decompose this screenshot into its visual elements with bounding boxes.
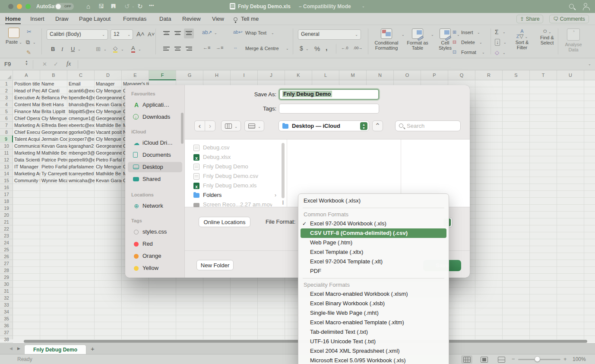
- next-sheet-icon[interactable]: ▶: [17, 346, 20, 351]
- align-left-button[interactable]: [163, 47, 170, 51]
- file-list-scrollbar[interactable]: [282, 143, 285, 198]
- align-center-button[interactable]: [174, 47, 181, 51]
- copy-icon[interactable]: ⧉: [26, 39, 30, 46]
- cell[interactable]: bhansb@exa: [67, 101, 95, 108]
- column-header-G[interactable]: G: [176, 70, 203, 80]
- normal-view-button[interactable]: [463, 357, 471, 363]
- cell[interactable]: Email: [67, 80, 95, 87]
- share-button[interactable]: ⇪ Share: [516, 15, 543, 23]
- collapse-dialog-button[interactable]: ⌃: [372, 120, 383, 131]
- cell[interactable]: Head of Peop: [13, 87, 40, 94]
- cell[interactable]: Alf Canti: [40, 87, 67, 94]
- cell[interactable]: Community f: [13, 177, 40, 184]
- cell[interactable]: Brita Lippitt: [40, 108, 67, 115]
- row-header-13[interactable]: 13: [0, 163, 13, 170]
- sidebar-item-applications[interactable]: A Applicati…: [128, 100, 182, 110]
- menu-item-xltx[interactable]: Excel Template (.xltx): [298, 247, 449, 257]
- orientation-chevron-icon[interactable]: ⌄: [214, 31, 217, 35]
- align-bottom-button[interactable]: [186, 31, 192, 36]
- row-header-9[interactable]: 9: [0, 136, 13, 142]
- align-middle-button[interactable]: [174, 31, 181, 36]
- merge-centre-chevron-icon[interactable]: ⌄: [286, 47, 289, 51]
- conditional-formatting-button[interactable]: Conditional Formatting: [372, 28, 401, 51]
- row-header-24[interactable]: 24: [0, 239, 13, 246]
- prev-sheet-icon[interactable]: ◀: [9, 346, 13, 351]
- format-as-table-chevron-icon[interactable]: ⌄: [431, 33, 434, 37]
- delete-cells-button[interactable]: Delete: [461, 40, 475, 45]
- cell[interactable]: Cly Mengue: [40, 115, 67, 122]
- row-header-21[interactable]: 21: [0, 218, 13, 225]
- row-header-34[interactable]: 34: [0, 308, 13, 315]
- sidebar-item-downloads[interactable]: ↓ Downloads: [128, 112, 182, 122]
- tab-view[interactable]: View: [212, 16, 224, 22]
- sidebar-item-tag-stylescss[interactable]: styles.css: [128, 227, 182, 237]
- zoom-out-button[interactable]: −: [512, 356, 515, 362]
- row-header-28[interactable]: 28: [0, 267, 13, 274]
- sheet-tab-active[interactable]: Fnly Debug Demo: [24, 345, 86, 355]
- row-header-1[interactable]: 1: [0, 80, 13, 87]
- title-chevron-icon[interactable]: ⌄: [362, 4, 365, 8]
- cell[interactable]: bpendle4@e: [67, 94, 95, 101]
- zoom-window-button[interactable]: [25, 4, 31, 9]
- cell[interactable]: Jermain Coo: [40, 136, 67, 142]
- currency-chevron-icon[interactable]: ⌄: [306, 47, 309, 51]
- bold-button[interactable]: B: [51, 46, 55, 52]
- cell[interactable]: Pietro Farfal: [95, 156, 122, 163]
- analyse-data-button[interactable]: ◔ Analyse Data: [560, 28, 586, 52]
- row-header-19[interactable]: 19: [0, 205, 13, 212]
- row-header-38[interactable]: 38: [0, 336, 13, 343]
- row-header-17[interactable]: 17: [0, 191, 13, 198]
- undo-chevron-icon[interactable]: ⌄: [132, 4, 135, 8]
- new-folder-button[interactable]: New Folder: [196, 260, 234, 270]
- row-header-37[interactable]: 37: [0, 329, 13, 336]
- cell[interactable]: IT Manager: [13, 163, 40, 170]
- menu-item-tab-txt[interactable]: Tab-delimited Text (.txt): [298, 327, 449, 337]
- back-button[interactable]: ‹: [194, 120, 205, 131]
- column-header-D[interactable]: D: [95, 70, 122, 80]
- cell[interactable]: Brett Hans: [40, 101, 67, 108]
- insert-cells-chevron-icon[interactable]: ⌄: [477, 31, 480, 35]
- formula-bar-expand-icon[interactable]: ⌄: [588, 62, 591, 66]
- file-row[interactable]: Fnly Debug Demo.xls: [188, 181, 280, 190]
- menu-item-pdf[interactable]: PDF: [298, 266, 449, 276]
- cell-styles-chevron-icon[interactable]: ⌄: [457, 33, 460, 37]
- cell[interactable]: ppetrelli9@e: [67, 156, 95, 163]
- column-header-T[interactable]: T: [530, 70, 557, 80]
- row-header-22[interactable]: 22: [0, 225, 13, 232]
- sidebar-item-icloud-drive[interactable]: ☁ iCloud Dri…: [128, 138, 182, 148]
- cell[interactable]: Position title: [13, 80, 40, 87]
- comments-button[interactable]: 🗨 Comments: [549, 15, 589, 23]
- sort-filter-button[interactable]: AZ▽ ⌄ Sort & Filter: [510, 28, 534, 50]
- cell[interactable]: Content Man: [13, 101, 40, 108]
- column-header-O[interactable]: O: [394, 70, 421, 80]
- orientation-button[interactable]: ab↗: [202, 29, 212, 35]
- menu-item-mht[interactable]: Single-file Web Page (.mht): [298, 308, 449, 318]
- cell[interactable]: Cly Mengue: [95, 108, 122, 115]
- cell[interactable]: Manager: [95, 80, 122, 87]
- menu-item-xls-5095[interactable]: Microsoft Excel 5.0/95 Workbook (.xls): [298, 356, 449, 364]
- currency-button[interactable]: $: [300, 45, 303, 52]
- column-header-P[interactable]: P: [421, 70, 448, 80]
- cell[interactable]: Cly Mengue: [95, 163, 122, 170]
- cell[interactable]: Chief Executi: [13, 129, 40, 136]
- tags-input[interactable]: [279, 104, 379, 114]
- format-as-table-button[interactable]: Format as Table: [405, 28, 430, 51]
- menu-item-xlsb[interactable]: Excel Binary Workbook (.xlsb): [298, 299, 449, 308]
- merge-centre-button[interactable]: Merge & Centre: [245, 46, 279, 51]
- cell[interactable]: Kevan Garag: [40, 142, 67, 149]
- column-header-V[interactable]: V: [584, 70, 595, 80]
- fill-chevron-icon[interactable]: ⌄: [503, 41, 506, 44]
- cell[interactable]: Mathilde Be: [95, 122, 122, 129]
- sidebar-item-shared[interactable]: Shared: [128, 174, 182, 184]
- cell[interactable]: Executive As: [13, 94, 40, 101]
- conditional-formatting-chevron-icon[interactable]: ⌄: [402, 33, 405, 37]
- format-cells-button[interactable]: Format: [461, 50, 476, 55]
- format-cells-chevron-icon[interactable]: ⌄: [482, 51, 485, 54]
- insert-cells-button[interactable]: Insert: [461, 30, 473, 35]
- cell[interactable]: Cly Mengue: [95, 136, 122, 142]
- menu-item-xlt[interactable]: Excel 97-2004 Template (.xlt): [298, 257, 449, 266]
- tab-review[interactable]: Review: [182, 16, 201, 22]
- cell[interactable]: Elfreda Beer: [40, 122, 67, 129]
- row-header-25[interactable]: 25: [0, 246, 13, 253]
- cell[interactable]: acanti6@exa: [67, 87, 95, 94]
